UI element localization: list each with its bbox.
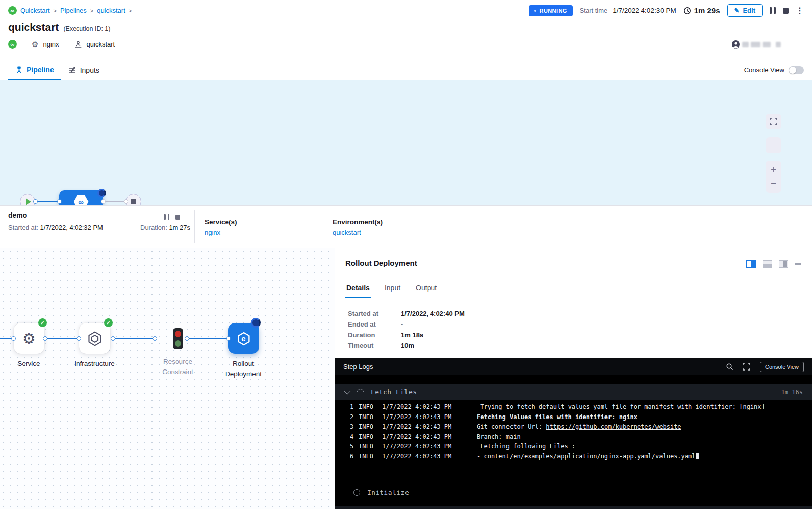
connector-dot [57, 199, 62, 204]
resource-constraint-node-label: Resource Constraint [145, 357, 211, 377]
start-time-label: Start time [580, 7, 608, 14]
log-lines: 1INFO1/7/2022 4:02:43 PM Trying to fetch… [335, 402, 812, 461]
more-options-button[interactable]: ⋮ [796, 7, 804, 15]
log-section-initialize[interactable]: Initialize [335, 484, 812, 501]
stage-graph-canvas[interactable]: ∞ demo + − [0, 80, 812, 205]
tab-inputs[interactable]: Inputs [61, 60, 107, 80]
environment-icon [74, 40, 82, 49]
detail-value: 1/7/2022, 4:02:40 PM [401, 310, 465, 317]
redacted-text [751, 42, 760, 47]
environment-tag[interactable]: quickstart [87, 40, 115, 48]
success-check-icon: ✓ [38, 318, 47, 327]
expand-logs-icon[interactable] [743, 363, 750, 371]
section-name: Fetch Files [371, 388, 417, 396]
edge [0, 338, 12, 339]
play-icon [26, 198, 31, 205]
tab-input[interactable]: Input [384, 282, 401, 298]
step-node-service[interactable]: ⚙ [14, 323, 44, 354]
log-line: 3INFO1/7/2022 4:02:43 PM Git connector U… [335, 422, 812, 432]
log-section-fetch-files[interactable]: Fetch Files 1m 16s [335, 384, 812, 400]
panel-layout-controls [746, 260, 801, 268]
service-gear-icon: ⚙ [22, 331, 36, 346]
stage-pause-button[interactable] [164, 214, 169, 220]
search-icon[interactable] [726, 363, 733, 371]
detail-value: - [401, 320, 465, 328]
status-badge: RUNNING [529, 5, 573, 16]
log-cursor [696, 453, 699, 459]
clock-icon [683, 7, 691, 15]
log-line: 6INFO1/7/2022 4:02:43 PM - content/en/ex… [335, 452, 812, 462]
tab-details[interactable]: Details [345, 282, 371, 298]
pipeline-icon [15, 66, 23, 74]
section-name: Initialize [367, 489, 409, 496]
zoom-in-button[interactable]: + [771, 165, 776, 174]
harness-module-icon: ∞ [8, 40, 17, 49]
step-node-rollout-deployment[interactable]: e [228, 323, 259, 354]
log-line: 4INFO1/7/2022 4:02:43 PM Branch: main [335, 432, 812, 442]
connector-dot [124, 199, 128, 204]
traffic-light-green [175, 340, 181, 347]
log-console[interactable]: Fetch Files 1m 16s 1INFO1/7/2022 4:02:43… [335, 375, 812, 509]
breadcrumb-pipelines[interactable]: Pipelines [60, 7, 87, 14]
chevron-right-icon: > [90, 8, 93, 14]
layout-bottom-button[interactable] [763, 260, 772, 268]
log-line: 5INFO1/7/2022 4:02:43 PM Fetching follow… [335, 442, 812, 452]
console-view-control: Console View [744, 60, 804, 80]
fullscreen-icon [770, 118, 777, 125]
step-panel-tabs: Details Input Output [345, 282, 812, 298]
logs-console-view-button[interactable]: Console View [760, 362, 804, 372]
section-pending-icon [353, 489, 360, 496]
connector-dot [153, 336, 157, 341]
layout-split-right-button[interactable] [746, 260, 756, 268]
stop-execution-button[interactable] [783, 8, 789, 14]
step-node-resource-constraint[interactable] [173, 328, 183, 349]
zoom-out-button[interactable]: − [771, 179, 776, 189]
connector-dot [185, 336, 189, 341]
step-node-infrastructure[interactable] [79, 323, 110, 354]
step-panel-title: Rollout Deployment [345, 259, 417, 267]
step-logs-title: Step Logs [343, 363, 373, 371]
edge [113, 338, 154, 339]
service-link[interactable]: nginx [205, 228, 237, 236]
stage-stop-button[interactable] [175, 215, 180, 220]
chevron-down-icon [344, 388, 351, 395]
console-view-label: Console View [744, 66, 784, 74]
redacted-text [742, 42, 749, 47]
chevron-right-icon: > [54, 8, 57, 14]
redacted-text [763, 42, 771, 47]
section-spinner-icon [356, 387, 365, 396]
log-url-link[interactable]: https://github.com/kubernetes/website [546, 423, 681, 430]
tab-output[interactable]: Output [415, 282, 438, 298]
edit-button[interactable]: ✎ Edit [727, 4, 763, 17]
breadcrumb-project[interactable]: Quickstart [20, 7, 50, 14]
layout-right-button[interactable] [779, 260, 788, 268]
log-line: 1INFO1/7/2022 4:02:43 PM Trying to fetch… [335, 402, 812, 412]
environments-label: Environment(s) [333, 218, 383, 226]
redacted-text [776, 42, 781, 47]
tab-pipeline[interactable]: Pipeline [8, 60, 61, 80]
pencil-icon: ✎ [734, 7, 740, 14]
console-view-toggle[interactable] [789, 66, 804, 74]
detail-label: Started at [348, 310, 401, 317]
breadcrumb-pipeline-name[interactable]: quickstart [97, 7, 125, 14]
connector-dot [101, 199, 106, 204]
infrastructure-icon [87, 331, 103, 347]
edge [45, 338, 78, 339]
environment-link[interactable]: quickstart [333, 228, 383, 236]
environments-block: Environment(s) quickstart [333, 218, 383, 236]
minimize-panel-button[interactable] [795, 263, 801, 265]
execution-graph-canvas[interactable]: ⚙ ✓ ✓ e Service Infrastructur [0, 248, 335, 509]
step-running-spinner [251, 318, 261, 328]
services-label: Service(s) [205, 218, 237, 226]
step-details-panel: Rollout Deployment Details Input Output … [335, 248, 812, 509]
detail-label: Duration [348, 331, 401, 339]
zoom-controls: + − [766, 161, 781, 193]
marquee-select-button[interactable] [766, 137, 781, 153]
edge-stage-to-end [103, 201, 126, 202]
gear-icon: ⚙ [32, 40, 38, 48]
log-line: 2INFO1/7/2022 4:02:43 PM Fetching Values… [335, 412, 812, 423]
detail-value: 1m 18s [401, 331, 465, 339]
service-tag[interactable]: nginx [43, 40, 59, 48]
fullscreen-button[interactable] [766, 114, 781, 129]
pause-execution-button[interactable] [770, 7, 776, 14]
